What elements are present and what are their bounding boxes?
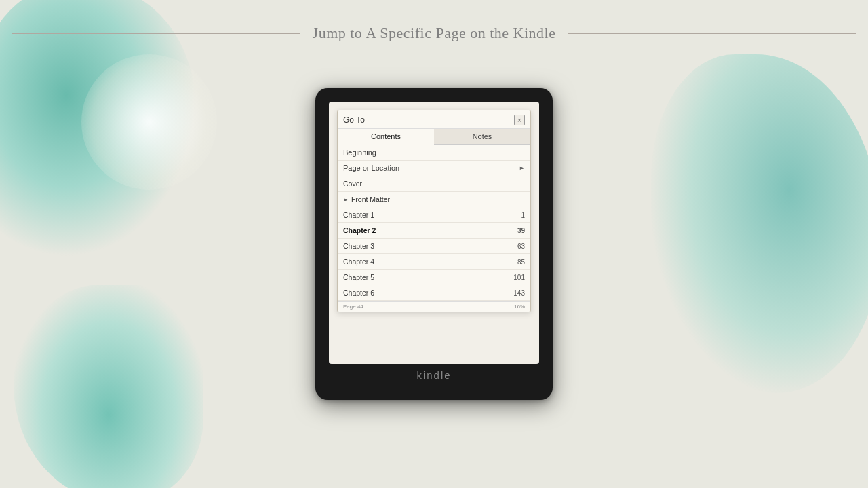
tab-contents[interactable]: Contents xyxy=(338,129,434,145)
contents-chapter5-page: 101 xyxy=(513,274,525,281)
contents-chapter1-label: Chapter 1 xyxy=(343,211,374,219)
contents-cover-label: Cover xyxy=(343,180,362,188)
contents-item-chapter1-left: Chapter 1 xyxy=(343,211,374,219)
status-bar: Page 44 16% xyxy=(338,301,530,312)
tab-notes[interactable]: Notes xyxy=(434,129,530,144)
contents-item-chapter6-left: Chapter 6 xyxy=(343,289,374,297)
contents-item-chapter3[interactable]: Chapter 3 63 xyxy=(338,239,530,254)
contents-item-cover-left: Cover xyxy=(343,180,362,188)
contents-chapter4-page: 85 xyxy=(517,258,525,266)
kindle-screen: Go To × Contents Notes Beginning Page or… xyxy=(329,102,539,364)
contents-chapter2-page: 39 xyxy=(517,227,525,235)
contents-item-chapter6[interactable]: Chapter 6 143 xyxy=(338,285,530,301)
contents-item-front-matter-left: ► Front Matter xyxy=(343,195,390,203)
dialog-close-button[interactable]: × xyxy=(514,115,525,125)
contents-chapter5-label: Chapter 5 xyxy=(343,273,374,281)
contents-chapter6-label: Chapter 6 xyxy=(343,289,374,297)
dialog-header: Go To × xyxy=(338,110,530,129)
contents-chapter2-label: Chapter 2 xyxy=(343,226,376,235)
kindle-wrapper: Go To × Contents Notes Beginning Page or… xyxy=(315,88,553,400)
contents-item-front-matter[interactable]: ► Front Matter xyxy=(338,192,530,207)
contents-item-chapter4-left: Chapter 4 xyxy=(343,258,374,266)
page-title-area: Jump to A Specific Page on the Kindle xyxy=(0,24,868,42)
nav-page-location-arrow: ► xyxy=(519,165,525,171)
contents-chapter4-label: Chapter 4 xyxy=(343,258,374,266)
dialog-title: Go To xyxy=(343,115,365,125)
front-matter-arrow: ► xyxy=(343,197,349,203)
contents-front-matter-label: Front Matter xyxy=(351,195,390,203)
title-line-right xyxy=(568,33,856,34)
dialog-tabs: Contents Notes xyxy=(338,129,530,145)
contents-item-chapter5[interactable]: Chapter 5 101 xyxy=(338,270,530,285)
kindle-logo: kindle xyxy=(416,369,451,381)
status-progress: 16% xyxy=(514,304,525,310)
blob-teal-right xyxy=(651,54,868,393)
contents-item-cover[interactable]: Cover xyxy=(338,176,530,192)
nav-beginning[interactable]: Beginning xyxy=(338,145,530,161)
contents-item-chapter4[interactable]: Chapter 4 85 xyxy=(338,254,530,270)
title-line-left xyxy=(12,33,300,34)
contents-list: Cover ► Front Matter Chapter 1 xyxy=(338,176,530,301)
contents-chapter6-page: 143 xyxy=(513,289,525,297)
contents-chapter3-label: Chapter 3 xyxy=(343,242,374,250)
kindle-device: Go To × Contents Notes Beginning Page or… xyxy=(315,88,553,400)
goto-dialog: Go To × Contents Notes Beginning Page or… xyxy=(337,110,531,312)
nav-page-location-label: Page or Location xyxy=(343,164,399,172)
contents-item-chapter2-left: Chapter 2 xyxy=(343,226,376,235)
blob-teal-bottom-left xyxy=(14,285,203,488)
nav-page-location[interactable]: Page or Location ► xyxy=(338,161,530,176)
contents-chapter1-page: 1 xyxy=(521,211,525,219)
status-page-label: Page 44 xyxy=(343,304,363,310)
contents-item-chapter1[interactable]: Chapter 1 1 xyxy=(338,207,530,223)
nav-beginning-label: Beginning xyxy=(343,148,376,157)
contents-item-chapter2[interactable]: Chapter 2 39 xyxy=(338,223,530,239)
contents-item-chapter5-left: Chapter 5 xyxy=(343,273,374,281)
contents-item-chapter3-left: Chapter 3 xyxy=(343,242,374,250)
blob-white-left xyxy=(81,54,217,190)
contents-chapter3-page: 63 xyxy=(517,243,525,250)
page-title: Jump to A Specific Page on the Kindle xyxy=(313,24,556,42)
